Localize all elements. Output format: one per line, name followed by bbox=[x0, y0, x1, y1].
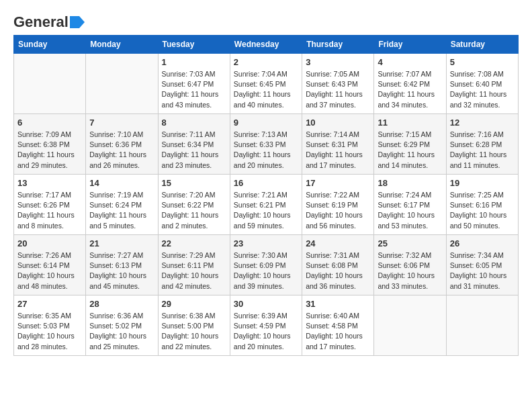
day-number: 12 bbox=[450, 118, 515, 128]
calendar-cell bbox=[446, 295, 518, 356]
calendar-cell: 25Sunrise: 7:32 AM Sunset: 6:06 PM Dayli… bbox=[374, 235, 446, 295]
day-info: Sunrise: 6:40 AM Sunset: 4:58 PM Dayligh… bbox=[306, 311, 370, 352]
day-info: Sunrise: 7:32 AM Sunset: 6:06 PM Dayligh… bbox=[378, 250, 442, 291]
day-number: 9 bbox=[234, 118, 298, 128]
day-info: Sunrise: 7:26 AM Sunset: 6:14 PM Dayligh… bbox=[17, 250, 82, 291]
day-info: Sunrise: 7:05 AM Sunset: 6:43 PM Dayligh… bbox=[306, 69, 370, 110]
day-info: Sunrise: 7:07 AM Sunset: 6:42 PM Dayligh… bbox=[378, 69, 442, 110]
calendar-header-wednesday: Wednesday bbox=[230, 36, 302, 54]
calendar-cell: 10Sunrise: 7:14 AM Sunset: 6:31 PM Dayli… bbox=[302, 114, 374, 175]
calendar-cell: 1Sunrise: 7:03 AM Sunset: 6:47 PM Daylig… bbox=[158, 54, 230, 114]
day-number: 11 bbox=[378, 118, 442, 128]
calendar-header-monday: Monday bbox=[86, 36, 158, 54]
calendar-cell bbox=[86, 54, 158, 114]
day-number: 14 bbox=[89, 178, 154, 188]
day-info: Sunrise: 6:39 AM Sunset: 4:59 PM Dayligh… bbox=[234, 311, 298, 352]
day-info: Sunrise: 7:03 AM Sunset: 6:47 PM Dayligh… bbox=[162, 69, 226, 110]
day-number: 4 bbox=[378, 57, 442, 67]
day-number: 17 bbox=[306, 178, 370, 188]
calendar-week-3: 13Sunrise: 7:17 AM Sunset: 6:26 PM Dayli… bbox=[14, 175, 519, 235]
calendar-cell: 21Sunrise: 7:27 AM Sunset: 6:13 PM Dayli… bbox=[86, 235, 158, 295]
calendar-cell: 18Sunrise: 7:24 AM Sunset: 6:17 PM Dayli… bbox=[374, 175, 446, 235]
calendar-cell: 27Sunrise: 6:35 AM Sunset: 5:03 PM Dayli… bbox=[14, 295, 86, 356]
day-number: 19 bbox=[450, 178, 515, 188]
day-number: 31 bbox=[306, 299, 370, 309]
calendar-cell: 16Sunrise: 7:21 AM Sunset: 6:21 PM Dayli… bbox=[230, 175, 302, 235]
logo: General bbox=[13, 13, 85, 28]
day-number: 28 bbox=[89, 299, 154, 309]
calendar-cell bbox=[374, 295, 446, 356]
calendar-header-tuesday: Tuesday bbox=[158, 36, 230, 54]
calendar-week-1: 1Sunrise: 7:03 AM Sunset: 6:47 PM Daylig… bbox=[14, 54, 519, 114]
calendar-cell: 4Sunrise: 7:07 AM Sunset: 6:42 PM Daylig… bbox=[374, 54, 446, 114]
day-number: 26 bbox=[450, 238, 515, 248]
calendar-cell: 13Sunrise: 7:17 AM Sunset: 6:26 PM Dayli… bbox=[14, 175, 86, 235]
day-number: 27 bbox=[17, 299, 82, 309]
day-number: 16 bbox=[234, 178, 298, 188]
day-number: 24 bbox=[306, 238, 370, 248]
day-number: 15 bbox=[162, 178, 226, 188]
day-number: 1 bbox=[162, 57, 226, 67]
calendar-header-sunday: Sunday bbox=[14, 36, 86, 54]
day-info: Sunrise: 7:21 AM Sunset: 6:21 PM Dayligh… bbox=[234, 190, 298, 231]
calendar-week-2: 6Sunrise: 7:09 AM Sunset: 6:38 PM Daylig… bbox=[14, 114, 519, 175]
day-number: 23 bbox=[234, 238, 298, 248]
calendar-week-4: 20Sunrise: 7:26 AM Sunset: 6:14 PM Dayli… bbox=[14, 235, 519, 295]
day-info: Sunrise: 7:19 AM Sunset: 6:24 PM Dayligh… bbox=[89, 190, 154, 231]
calendar-cell bbox=[14, 54, 86, 114]
calendar-cell: 30Sunrise: 6:39 AM Sunset: 4:59 PM Dayli… bbox=[230, 295, 302, 356]
day-number: 8 bbox=[162, 118, 226, 128]
logo-arrow-icon bbox=[70, 16, 85, 28]
day-info: Sunrise: 7:04 AM Sunset: 6:45 PM Dayligh… bbox=[234, 69, 298, 110]
day-number: 30 bbox=[234, 299, 298, 309]
calendar-cell: 2Sunrise: 7:04 AM Sunset: 6:45 PM Daylig… bbox=[230, 54, 302, 114]
calendar-cell: 28Sunrise: 6:36 AM Sunset: 5:02 PM Dayli… bbox=[86, 295, 158, 356]
day-number: 22 bbox=[162, 238, 226, 248]
day-info: Sunrise: 7:29 AM Sunset: 6:11 PM Dayligh… bbox=[162, 250, 226, 291]
day-info: Sunrise: 7:15 AM Sunset: 6:29 PM Dayligh… bbox=[378, 130, 442, 171]
calendar-cell: 23Sunrise: 7:30 AM Sunset: 6:09 PM Dayli… bbox=[230, 235, 302, 295]
day-info: Sunrise: 7:30 AM Sunset: 6:09 PM Dayligh… bbox=[234, 250, 298, 291]
calendar-cell: 15Sunrise: 7:20 AM Sunset: 6:22 PM Dayli… bbox=[158, 175, 230, 235]
calendar-cell: 11Sunrise: 7:15 AM Sunset: 6:29 PM Dayli… bbox=[374, 114, 446, 175]
calendar-cell: 9Sunrise: 7:13 AM Sunset: 6:33 PM Daylig… bbox=[230, 114, 302, 175]
day-number: 21 bbox=[89, 238, 154, 248]
calendar-header-friday: Friday bbox=[374, 36, 446, 54]
day-number: 13 bbox=[17, 178, 82, 188]
calendar-cell: 6Sunrise: 7:09 AM Sunset: 6:38 PM Daylig… bbox=[14, 114, 86, 175]
day-info: Sunrise: 7:34 AM Sunset: 6:05 PM Dayligh… bbox=[450, 250, 515, 291]
calendar-header-thursday: Thursday bbox=[302, 36, 374, 54]
day-info: Sunrise: 7:16 AM Sunset: 6:28 PM Dayligh… bbox=[450, 130, 515, 171]
calendar-cell: 26Sunrise: 7:34 AM Sunset: 6:05 PM Dayli… bbox=[446, 235, 518, 295]
calendar-cell: 12Sunrise: 7:16 AM Sunset: 6:28 PM Dayli… bbox=[446, 114, 518, 175]
day-info: Sunrise: 7:13 AM Sunset: 6:33 PM Dayligh… bbox=[234, 130, 298, 171]
day-number: 29 bbox=[162, 299, 226, 309]
calendar-cell: 3Sunrise: 7:05 AM Sunset: 6:43 PM Daylig… bbox=[302, 54, 374, 114]
day-info: Sunrise: 6:38 AM Sunset: 5:00 PM Dayligh… bbox=[162, 311, 226, 352]
day-info: Sunrise: 6:36 AM Sunset: 5:02 PM Dayligh… bbox=[89, 311, 154, 352]
day-info: Sunrise: 7:14 AM Sunset: 6:31 PM Dayligh… bbox=[306, 130, 370, 171]
calendar-table: SundayMondayTuesdayWednesdayThursdayFrid… bbox=[13, 35, 519, 356]
calendar-cell: 14Sunrise: 7:19 AM Sunset: 6:24 PM Dayli… bbox=[86, 175, 158, 235]
calendar-cell: 19Sunrise: 7:25 AM Sunset: 6:16 PM Dayli… bbox=[446, 175, 518, 235]
day-number: 25 bbox=[378, 238, 442, 248]
logo-general: General bbox=[13, 13, 69, 31]
svg-marker-0 bbox=[70, 16, 85, 28]
calendar-header-row: SundayMondayTuesdayWednesdayThursdayFrid… bbox=[14, 36, 519, 54]
calendar-header-saturday: Saturday bbox=[446, 36, 518, 54]
day-info: Sunrise: 7:11 AM Sunset: 6:34 PM Dayligh… bbox=[162, 130, 226, 171]
calendar-cell: 24Sunrise: 7:31 AM Sunset: 6:08 PM Dayli… bbox=[302, 235, 374, 295]
calendar-cell: 8Sunrise: 7:11 AM Sunset: 6:34 PM Daylig… bbox=[158, 114, 230, 175]
calendar-cell: 22Sunrise: 7:29 AM Sunset: 6:11 PM Dayli… bbox=[158, 235, 230, 295]
day-number: 7 bbox=[89, 118, 154, 128]
day-number: 5 bbox=[450, 57, 515, 67]
calendar-cell: 17Sunrise: 7:22 AM Sunset: 6:19 PM Dayli… bbox=[302, 175, 374, 235]
day-info: Sunrise: 7:24 AM Sunset: 6:17 PM Dayligh… bbox=[378, 190, 442, 231]
calendar-cell: 29Sunrise: 6:38 AM Sunset: 5:00 PM Dayli… bbox=[158, 295, 230, 356]
day-number: 3 bbox=[306, 57, 370, 67]
day-number: 6 bbox=[17, 118, 82, 128]
day-info: Sunrise: 7:20 AM Sunset: 6:22 PM Dayligh… bbox=[162, 190, 226, 231]
calendar-body: 1Sunrise: 7:03 AM Sunset: 6:47 PM Daylig… bbox=[14, 54, 519, 356]
calendar-week-5: 27Sunrise: 6:35 AM Sunset: 5:03 PM Dayli… bbox=[14, 295, 519, 356]
day-number: 18 bbox=[378, 178, 442, 188]
